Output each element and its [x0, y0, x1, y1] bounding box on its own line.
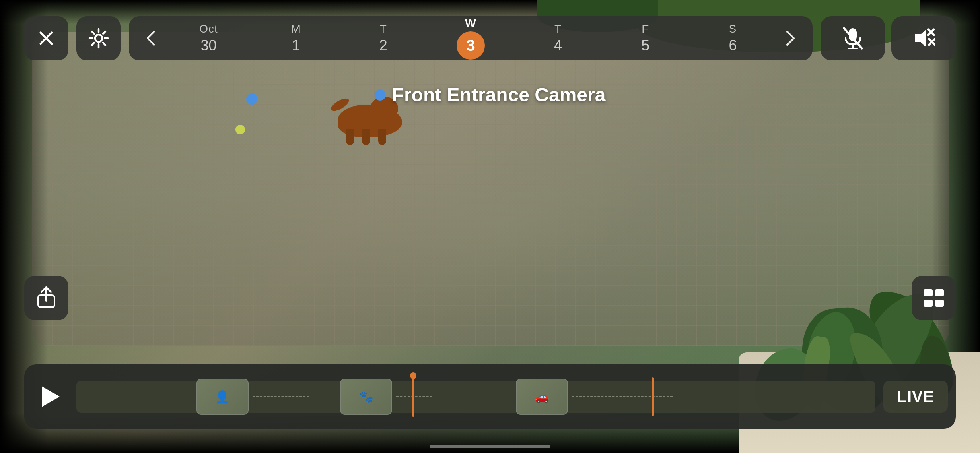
home-indicator — [430, 445, 550, 448]
date-number: 30 — [201, 37, 217, 54]
status-dot — [246, 93, 257, 105]
right-controls — [821, 16, 956, 60]
date-item-t4[interactable]: T 4 — [538, 23, 578, 54]
timeline-dots-2 — [396, 396, 432, 397]
speaker-button[interactable] — [891, 16, 956, 60]
settings-button[interactable] — [76, 16, 121, 60]
timeline-dots-1 — [253, 396, 309, 397]
svg-marker-7 — [915, 29, 926, 47]
close-button[interactable] — [24, 16, 68, 60]
prev-date-button[interactable] — [137, 22, 165, 54]
date-item-f5[interactable]: F 5 — [625, 23, 665, 54]
svg-point-2 — [95, 35, 102, 42]
timeline-track[interactable]: 👤 🐾 🚗 — [76, 374, 875, 419]
live-button[interactable]: LIVE — [883, 381, 948, 413]
grid-view-button[interactable] — [912, 276, 956, 320]
svg-rect-13 — [924, 289, 933, 296]
svg-marker-17 — [42, 386, 60, 407]
date-number: 6 — [729, 37, 737, 54]
timeline-bar: 👤 🐾 🚗 LIVE — [24, 364, 956, 429]
day-label: W — [465, 17, 476, 30]
date-items: Oct 30 M 1 T 2 W 3 T 4 — [165, 17, 776, 60]
month-label: Oct — [199, 23, 218, 35]
date-item-s6[interactable]: S 6 — [712, 23, 753, 54]
next-date-button[interactable] — [776, 22, 805, 54]
day-label: T — [554, 23, 562, 35]
date-number: 3 — [457, 31, 485, 60]
vehicle-icon: 🚗 — [535, 390, 549, 403]
share-button[interactable] — [24, 276, 68, 320]
camera-name: Front Entrance Camera — [392, 84, 606, 106]
tennis-ball — [235, 125, 245, 134]
person-icon: 👤 — [215, 390, 230, 404]
event-thumbnail-person[interactable]: 👤 — [196, 379, 249, 415]
playhead — [412, 376, 414, 417]
date-item-w3-active[interactable]: W 3 — [451, 17, 491, 60]
date-picker: Oct 30 M 1 T 2 W 3 T 4 — [129, 16, 813, 60]
day-label: S — [729, 23, 737, 35]
camera-label: Front Entrance Camera — [375, 84, 606, 106]
event-thumbnail-animal[interactable]: 🐾 — [340, 379, 392, 415]
event-thumbnail-vehicle[interactable]: 🚗 — [516, 379, 568, 415]
date-number: 5 — [641, 37, 649, 54]
timeline-dots-3 — [572, 396, 673, 397]
date-number: 2 — [379, 37, 387, 54]
day-label: M — [291, 23, 301, 35]
top-bar: Oct 30 M 1 T 2 W 3 T 4 — [24, 16, 956, 60]
date-item-m1[interactable]: M 1 — [276, 23, 316, 54]
svg-rect-15 — [924, 300, 933, 307]
camera-dot — [375, 89, 386, 101]
day-label: F — [642, 23, 649, 35]
live-label: LIVE — [897, 388, 935, 406]
svg-rect-16 — [935, 300, 944, 307]
microphone-button[interactable] — [821, 16, 885, 60]
svg-rect-14 — [935, 289, 944, 296]
play-button[interactable] — [32, 379, 68, 415]
date-number: 1 — [292, 37, 300, 54]
date-item-t2[interactable]: T 2 — [363, 23, 404, 54]
date-number: 4 — [554, 37, 562, 54]
animal-icon: 🐾 — [359, 390, 373, 403]
date-item-s30[interactable]: Oct 30 — [189, 23, 229, 54]
second-marker — [652, 377, 654, 416]
day-label: T — [380, 23, 387, 35]
